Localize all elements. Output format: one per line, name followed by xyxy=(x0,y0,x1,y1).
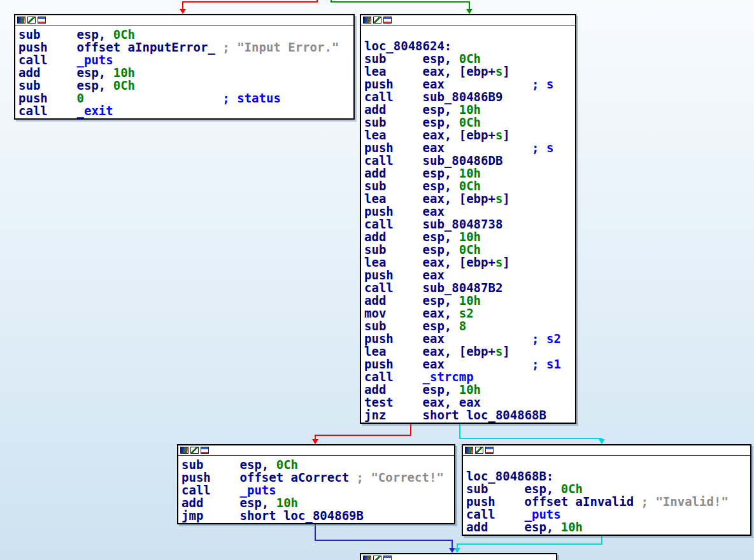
asm-token: 10h xyxy=(113,66,135,80)
asm-line[interactable]: sub esp, 0Ch xyxy=(181,458,454,471)
asm-line[interactable]: add esp, 10h xyxy=(18,66,353,79)
asm-token: 10h xyxy=(459,382,481,396)
asm-token: 0Ch xyxy=(276,458,298,472)
edit-icon[interactable] xyxy=(27,17,36,24)
asm-line[interactable]: push eax ; s xyxy=(364,141,575,154)
frame-icon[interactable] xyxy=(201,447,209,454)
palette-icon[interactable] xyxy=(465,447,473,454)
asm-line[interactable]: jmp short loc_804869B xyxy=(181,509,454,522)
asm-line[interactable]: lea eax, [ebp+s] xyxy=(364,256,575,269)
asm-token: sub esp, xyxy=(18,27,113,41)
asm-line[interactable]: lea eax, [ebp+s] xyxy=(364,65,575,78)
asm-line[interactable]: push eax xyxy=(364,269,575,281)
asm-line[interactable]: sub esp, 0Ch xyxy=(18,28,353,41)
asm-line[interactable]: push eax ; s2 xyxy=(364,332,575,345)
asm-line[interactable]: call sub_8048738 xyxy=(364,218,575,230)
edge-invalid-to-merge xyxy=(457,535,602,549)
edge-entry-error xyxy=(183,0,317,10)
asm-line[interactable]: call _puts xyxy=(18,53,353,66)
asm-token: 0Ch xyxy=(113,27,135,41)
asm-token: loc_804868B: xyxy=(466,469,553,483)
asm-token: ; s xyxy=(532,141,553,155)
node-title-bar[interactable] xyxy=(361,554,556,560)
node-loc-804868B[interactable]: loc_804868B:sub esp, 0Chpush offset aInv… xyxy=(462,444,751,536)
asm-token: call sub_80486DB xyxy=(364,153,502,167)
asm-line[interactable]: loc_804868B: xyxy=(466,470,750,482)
asm-line[interactable]: sub esp, 8 xyxy=(364,319,575,332)
asm-line[interactable]: sub esp, 0Ch xyxy=(364,52,575,65)
asm-line[interactable]: push offset aInputError_ ; "Input Error.… xyxy=(18,41,353,53)
edge-jump-invalid xyxy=(460,423,602,440)
asm-line[interactable]: jnz short loc_804868B xyxy=(364,409,575,421)
edge-entry-main-arrowhead xyxy=(466,9,473,14)
frame-icon[interactable] xyxy=(485,447,494,454)
edit-icon[interactable] xyxy=(190,447,199,454)
node-title-bar[interactable] xyxy=(15,15,353,25)
asm-line[interactable]: add esp, 10h xyxy=(364,167,575,179)
asm-line[interactable]: add esp, 10h xyxy=(181,496,454,509)
asm-line[interactable]: sub esp, 0Ch xyxy=(364,116,575,129)
edge-fallthrough-correct-arrowhead xyxy=(312,439,318,444)
asm-line[interactable]: sub esp, 0Ch xyxy=(18,79,353,92)
edge-correct-to-merge xyxy=(315,524,452,549)
edit-icon[interactable] xyxy=(475,447,483,454)
node-correct[interactable]: sub esp, 0Chpush offset aCorrect ; "Corr… xyxy=(177,444,455,524)
asm-token: sub esp, xyxy=(364,115,459,129)
asm-line[interactable]: sub esp, 0Ch xyxy=(364,243,575,256)
edge-jump-invalid-arrowhead xyxy=(599,439,605,444)
asm-line[interactable]: push offset aCorrect ; "Correct!" xyxy=(181,471,454,484)
palette-icon[interactable] xyxy=(17,17,25,24)
frame-icon[interactable] xyxy=(383,556,392,560)
asm-line[interactable]: test eax, eax xyxy=(364,396,575,409)
asm-token: add esp, xyxy=(364,293,459,307)
asm-token: call sub_80487B2 xyxy=(364,281,502,295)
asm-line[interactable]: add esp, 10h xyxy=(364,230,575,243)
asm-line[interactable]: lea eax, [ebp+s] xyxy=(364,129,575,141)
asm-line[interactable]: call _exit xyxy=(18,104,353,117)
node-input-error[interactable]: sub esp, 0Chpush offset aInputError_ ; "… xyxy=(14,14,355,120)
asm-line[interactable]: sub esp, 0Ch xyxy=(466,482,750,495)
asm-line[interactable]: add esp, 10h xyxy=(364,103,575,116)
asm-line[interactable]: lea eax, [ebp+s] xyxy=(364,345,575,358)
asm-token: mov eax, xyxy=(364,306,459,320)
asm-line[interactable]: call sub_80486DB xyxy=(364,154,575,167)
node-loc-8048624[interactable]: loc_8048624:sub esp, 0Chlea eax, [ebp+s]… xyxy=(360,14,576,424)
palette-icon[interactable] xyxy=(363,17,371,24)
asm-line[interactable]: lea eax, [ebp+s] xyxy=(364,192,575,205)
asm-line[interactable]: loc_8048624: xyxy=(364,39,575,52)
asm-line[interactable]: mov eax, s2 xyxy=(364,307,575,319)
asm-line[interactable]: add esp, 10h xyxy=(364,383,575,396)
asm-line[interactable]: push eax ; s xyxy=(364,78,575,90)
frame-icon[interactable] xyxy=(38,17,46,24)
frame-icon[interactable] xyxy=(383,17,392,24)
asm-line[interactable]: sub esp, 0Ch xyxy=(364,179,575,192)
asm-token: 10h xyxy=(459,102,481,116)
node-merge-partial[interactable] xyxy=(360,553,557,560)
asm-token: lea eax, [ebp+ xyxy=(364,255,495,269)
node-title-bar[interactable] xyxy=(361,15,575,25)
palette-icon[interactable] xyxy=(180,447,188,454)
asm-line[interactable]: call _puts xyxy=(466,508,750,521)
edit-icon[interactable] xyxy=(373,17,381,24)
node-code: sub esp, 0Chpush offset aCorrect ; "Corr… xyxy=(178,456,454,523)
asm-token: ; "Invalid!" xyxy=(641,494,729,508)
edit-icon[interactable] xyxy=(373,556,381,560)
asm-line[interactable]: call _puts xyxy=(181,484,454,496)
node-title-bar[interactable] xyxy=(178,445,454,456)
palette-icon[interactable] xyxy=(363,556,371,560)
asm-line[interactable]: add esp, 10h xyxy=(466,521,750,533)
asm-line[interactable]: call sub_80486B9 xyxy=(364,90,575,103)
asm-line[interactable]: add esp, 10h xyxy=(364,294,575,307)
asm-line[interactable]: call sub_80487B2 xyxy=(364,281,575,294)
asm-line[interactable]: push eax xyxy=(364,205,575,218)
node-title-bar[interactable] xyxy=(463,445,750,456)
asm-line[interactable]: push offset aInvalid ; "Invalid!" xyxy=(466,495,750,508)
asm-line[interactable]: push eax ; s1 xyxy=(364,358,575,370)
asm-token: 0Ch xyxy=(459,179,481,193)
asm-line[interactable]: push 0 ; status xyxy=(18,92,353,104)
asm-token: test eax, eax xyxy=(364,395,481,409)
asm-line[interactable]: call _strcmp xyxy=(364,370,575,383)
graph-canvas[interactable]: sub esp, 0Chpush offset aInputError_ ; "… xyxy=(0,0,754,560)
asm-token: ; s2 xyxy=(532,332,561,346)
asm-token: _exit xyxy=(77,104,113,118)
